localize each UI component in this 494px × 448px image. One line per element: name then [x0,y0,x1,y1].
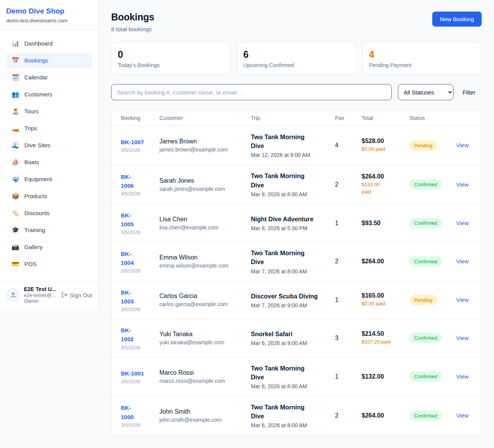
shop-domain: demo.test.divestreams.com [6,18,92,24]
package-icon: 📦 [12,193,19,199]
stat-card-upcoming-confirmed: 6 Upcoming Confirmed [237,42,356,74]
user-info: E2E Test U... e2e-tester@... Owner [24,286,58,304]
status-badge: Confirmed [409,179,442,190]
sidebar-item-equipment[interactable]: 🤿 Equipment [6,172,92,187]
sign-out-label: Sign Out [70,292,92,298]
speedboat-icon: 🚤 [12,125,19,131]
paid-amount: $107.25 paid [362,339,400,346]
pax-count: 3 [330,319,357,357]
booking-id-link[interactable]: BK- 1006 [121,172,150,190]
customer-email: carlos.garcia@example.com [159,301,242,307]
stat-label: Pending Payment [369,62,475,68]
sidebar-item-label: Bookings [24,57,48,64]
stat-value: 6 [243,49,349,60]
trip-datetime: Mar 6, 2026 at 9:00 AM [251,340,326,346]
logout-icon [61,292,68,298]
customer-name: Emma Wilson [159,254,242,261]
person-icon [10,291,17,298]
sidebar-item-pos[interactable]: 💳 POS [6,256,92,272]
sidebar-item-label: Training [24,227,45,233]
user-role: Owner [24,298,58,304]
status-badge: Confirmed [409,411,442,421]
trip-name: Discover Scuba Diving [251,292,319,301]
booking-id-link[interactable]: BK-1001 [121,369,150,378]
customer-email: marco.rossi@example.com [159,378,242,384]
sailboat-icon: ⛵ [12,159,19,165]
pax-count: 2 [330,396,357,435]
view-link[interactable]: View [456,335,469,341]
view-link[interactable]: View [456,296,469,303]
sidebar-item-products[interactable]: 📦 Products [6,189,92,204]
sidebar-item-label: Boats [24,159,39,165]
sidebar-item-dashboard[interactable]: 📊 Dashboard [6,36,92,51]
filter-bar: All Statuses Filter [111,84,482,100]
graduation-cap-icon: 🎓 [12,227,19,233]
sidebar-item-trips[interactable]: 🚤 Trips [6,121,92,136]
customer-name: Sarah Jones [159,177,242,184]
booking-id-link[interactable]: BK- 1000 [121,403,150,421]
sidebar-item-label: Gallery [24,244,43,250]
booking-date: 3/5/2026 [121,345,150,350]
booking-id-link[interactable]: BK- 1004 [121,249,150,268]
booking-id-link[interactable]: BK-1007 [121,138,150,147]
booking-id-link[interactable]: BK- 1005 [121,211,150,229]
trip-name: Two Tank Morning Dive [251,249,319,266]
view-link[interactable]: View [456,373,469,380]
customer-name: John Smith [159,408,242,415]
booking-date: 3/5/2026 [121,191,150,197]
sidebar-footer: E2E Test U... e2e-tester@... Owner Sign … [0,281,98,308]
sidebar-item-discounts[interactable]: 🏷️ Discounts [6,205,92,221]
island-icon: 🏝️ [12,108,19,115]
view-link[interactable]: View [456,412,469,419]
table-row: BK- 1005 3/5/2026 Lisa Chen lisa.chen@ex… [112,204,482,242]
trip-datetime: Mar 7, 2026 at 8:00 AM [251,268,326,275]
stat-label: Upcoming Confirmed [243,62,349,68]
avatar [6,288,20,302]
paid-amount: $0.00 paid [362,300,400,308]
trip-datetime: Mar 12, 2026 at 8:00 AM [251,152,326,158]
column-header-status: Status [405,110,452,126]
table-row: BK-1001 3/5/2026 Marco Rossi marco.rossi… [112,357,482,396]
sidebar-item-tours[interactable]: 🏝️ Tours [6,104,92,119]
pax-count: 2 [330,242,357,281]
view-link[interactable]: View [456,181,469,188]
customer-name: Marco Rossi [159,369,242,376]
paid-amount: $132.00 paid [362,181,400,196]
filter-button[interactable]: Filter [460,89,482,96]
pax-count: 1 [330,281,357,319]
bar-chart-icon: 📊 [12,40,19,47]
sidebar-item-boats[interactable]: ⛵ Boats [6,155,92,170]
sidebar-item-gallery[interactable]: 📸 Gallery [6,239,92,255]
column-header-booking: Booking [112,110,155,126]
sidebar-item-calendar[interactable]: 🗓️ Calendar [6,70,92,85]
stat-value: 0 [118,49,224,60]
booking-date: 3/5/2026 [121,379,150,384]
booking-id-link[interactable]: BK- 1003 [121,288,150,306]
status-badge: Confirmed [409,256,442,267]
sidebar-item-training[interactable]: 🎓 Training [6,222,92,238]
sidebar-item-dive-sites[interactable]: 🌊 Dive Sites [6,138,92,153]
new-booking-button[interactable]: New Booking [432,12,482,27]
trip-name: Snorkel Safari [251,330,319,339]
pax-count: 1 [330,357,357,396]
customer-email: sarah.jones@example.com [159,186,242,192]
view-link[interactable]: View [456,258,469,264]
status-select[interactable]: All Statuses [398,84,453,100]
sidebar-nav: 📊 Dashboard 📅 Bookings 🗓️ Calendar 👥 Cus… [0,30,98,281]
table-row: BK- 1006 3/5/2026 Sarah Jones sarah.jone… [112,165,482,204]
search-input[interactable] [111,84,392,100]
table-row: BK- 1004 3/5/2026 Emma Wilson emma.wilso… [112,242,482,281]
trip-datetime: Mar 7, 2026 at 9:00 AM [251,302,326,308]
sidebar-item-bookings[interactable]: 📅 Bookings [6,53,92,68]
view-link[interactable]: View [456,220,469,226]
booking-id-link[interactable]: BK- 1002 [121,326,150,344]
wave-icon: 🌊 [12,142,19,148]
paid-amount: $0.00 paid [362,146,400,153]
sidebar-item-customers[interactable]: 👥 Customers [6,87,92,102]
view-link[interactable]: View [456,142,469,148]
sign-out-button[interactable]: Sign Out [61,292,92,298]
booking-date: 3/5/2026 [121,268,150,274]
stat-card-todays-bookings: 0 Today's Bookings [111,42,230,74]
status-badge: Confirmed [409,333,442,343]
table-row: BK- 1003 3/5/2026 Carlos Garcia carlos.g… [112,281,482,319]
